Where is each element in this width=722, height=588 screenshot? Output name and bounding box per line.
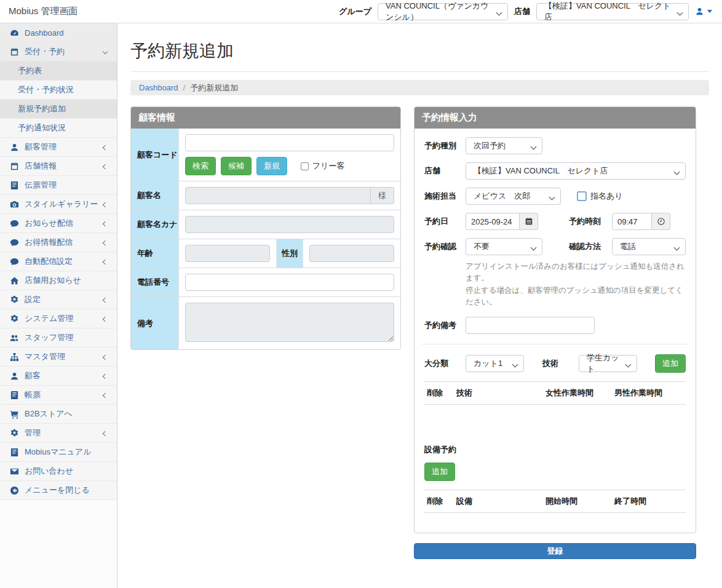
staff-value: メビウス 次郎 xyxy=(474,191,530,202)
sidebar-item-label: 店舗用お知らせ xyxy=(25,275,81,286)
tech-value: 学生カット xyxy=(587,352,622,375)
checkbox-icon xyxy=(577,191,587,201)
sidebar-item-slip-management[interactable]: 伝票管理 xyxy=(0,176,117,195)
reservation-memo-input[interactable] xyxy=(466,317,595,334)
sidebar: Dashboard受付・予約予約表受付・予約状況新規予約追加予約通知状況顧客管理… xyxy=(0,23,117,588)
sidebar-item-label: 自動配信設定 xyxy=(25,256,73,267)
sidebar-item-contact[interactable]: お問い合わせ xyxy=(0,462,117,481)
sidebar-item-deals-delivery[interactable]: お得情報配信 xyxy=(0,233,117,252)
breadcrumb-dashboard-link[interactable]: Dashboard xyxy=(139,83,178,92)
phone-row: 電話番号 xyxy=(131,268,400,297)
time-picker-button[interactable] xyxy=(652,213,670,230)
journal-icon xyxy=(10,181,19,190)
equip-col-name: 設備 xyxy=(456,496,545,507)
tech-table-empty-body xyxy=(424,405,686,440)
store-select[interactable]: 【検証】VAN COUNCIL セレクト店 xyxy=(536,3,689,20)
new-customer-button[interactable]: 新規 xyxy=(256,157,287,175)
sidebar-item-reservation-table[interactable]: 予約表 xyxy=(0,62,117,81)
chevron-left-icon xyxy=(103,221,108,226)
confirm-select[interactable]: 不要 xyxy=(466,238,542,255)
add-equipment-button[interactable]: 追加 xyxy=(424,463,455,481)
sidebar-item-customer[interactable]: 顧客 xyxy=(0,367,117,386)
name-honorific-suffix: 様 xyxy=(371,187,394,204)
sidebar-item-staff-management[interactable]: スタッフ管理 xyxy=(0,328,117,348)
sidebar-item-label: 予約表 xyxy=(18,65,42,76)
confirm-method-select[interactable]: 電話 xyxy=(612,238,686,255)
add-tech-button[interactable]: 追加 xyxy=(655,354,686,373)
confirm-row: 予約確認 不要 確認方法 電話 xyxy=(424,238,686,255)
store-field-label: 店舗 xyxy=(424,165,466,177)
sidebar-item-store-info[interactable]: 店舗情報 xyxy=(0,157,117,176)
staff-select[interactable]: メビウス 次郎 xyxy=(466,188,561,205)
sidebar-item-store-notice[interactable]: 店舗用お知らせ xyxy=(0,271,117,290)
sidebar-item-label: 店舗情報 xyxy=(25,161,57,172)
sidebar-item-close-menu[interactable]: メニューを閉じる xyxy=(0,481,117,500)
sidebar-item-settings[interactable]: 設定 xyxy=(0,290,117,309)
sidebar-item-ledger[interactable]: 帳票 xyxy=(0,386,117,405)
caret-down-icon xyxy=(707,10,712,13)
sidebar-item-system-management[interactable]: システム管理 xyxy=(0,309,117,328)
equip-col-delete: 削除 xyxy=(427,496,456,507)
equip-col-start: 開始時間 xyxy=(545,496,614,507)
customer-memo-label: 備考 xyxy=(131,297,179,349)
sidebar-item-master-management[interactable]: マスタ管理 xyxy=(0,348,117,367)
sidebar-item-notice-delivery[interactable]: お知らせ配信 xyxy=(0,214,117,233)
sidebar-item-reception-status[interactable]: 受付・予約状況 xyxy=(0,81,117,100)
app-title: Mobius 管理画面 xyxy=(0,6,78,17)
sidebar-item-management[interactable]: 管理 xyxy=(0,424,117,443)
phone-label: 電話番号 xyxy=(131,268,179,296)
reservation-type-value: 次回予約 xyxy=(474,140,506,151)
chevron-down-icon xyxy=(674,169,680,175)
customer-name-input xyxy=(185,187,371,204)
group-select[interactable]: VAN COUNCIL（ヴァンカウンシル） xyxy=(378,3,508,20)
sidebar-item-reservation-notice-status[interactable]: 予約通知状況 xyxy=(0,119,117,138)
sidebar-item-reception-reservation[interactable]: 受付・予約 xyxy=(0,42,117,62)
sidebar-item-mobius-manual[interactable]: Mobiusマニュアル xyxy=(0,443,117,462)
sidebar-item-customer-management[interactable]: 顧客管理 xyxy=(0,138,117,157)
date-input[interactable] xyxy=(466,213,520,230)
sidebar-item-label: スタッフ管理 xyxy=(25,332,73,343)
date-picker-button[interactable] xyxy=(520,213,538,230)
customer-code-input[interactable] xyxy=(185,134,394,151)
section-divider xyxy=(422,344,688,344)
gender-label: 性別 xyxy=(276,239,303,268)
sidebar-item-auto-delivery-settings[interactable]: 自動配信設定 xyxy=(0,252,117,271)
search-button[interactable]: 検索 xyxy=(185,157,216,175)
sidebar-item-label: お得情報配信 xyxy=(25,237,73,248)
category-select[interactable]: カット1 xyxy=(466,355,524,372)
sidebar-item-b2b-store[interactable]: B2Bストアへ xyxy=(0,405,117,424)
store-field-select[interactable]: 【検証】VAN COUNCIL セレクト店 xyxy=(466,162,686,180)
sidebar-item-label: お問い合わせ xyxy=(25,466,73,477)
tech-col-name: 技術 xyxy=(456,387,545,399)
comment-icon xyxy=(10,219,19,228)
customer-code-label: 顧客コード xyxy=(131,129,179,181)
register-button[interactable]: 登録 xyxy=(414,543,696,559)
top-header: Mobius 管理画面 グループ VAN COUNCIL（ヴァンカウンシル） 店… xyxy=(0,0,722,23)
customer-memo-textarea xyxy=(185,303,394,342)
sidebar-item-label: 管理 xyxy=(25,427,41,439)
user-menu[interactable] xyxy=(695,7,712,16)
group-label: グループ xyxy=(339,6,371,17)
staff-label: 施術担当 xyxy=(424,191,466,202)
phone-input[interactable] xyxy=(185,274,394,291)
reservation-type-select[interactable]: 次回予約 xyxy=(466,137,542,154)
tech-label: 技術 xyxy=(542,358,558,369)
candidate-button[interactable]: 候補 xyxy=(221,157,252,175)
time-input[interactable] xyxy=(612,213,652,230)
equipment-section-label: 設備予約 xyxy=(424,444,686,455)
confirm-label: 予約確認 xyxy=(424,241,466,252)
main-content: 予約新規追加 Dashboard / 予約新規追加 顧客情報 顧客コード 検索 … xyxy=(117,23,722,588)
chevron-left-icon xyxy=(103,240,108,245)
home-icon xyxy=(10,276,19,285)
tech-select[interactable]: 学生カット xyxy=(579,355,637,372)
date-label: 予約日 xyxy=(424,216,466,227)
sidebar-item-style-gallery[interactable]: スタイルギャラリー xyxy=(0,195,117,214)
nomination-checkbox[interactable]: 指名あり xyxy=(577,191,623,202)
reservation-type-row: 予約種別 次回予約 xyxy=(424,137,686,154)
store-field-value: 【検証】VAN COUNCIL セレクト店 xyxy=(474,165,608,177)
checkbox-icon xyxy=(301,162,309,170)
sidebar-item-dashboard[interactable]: Dashboard xyxy=(0,23,117,42)
reservation-type-label: 予約種別 xyxy=(424,140,466,151)
sidebar-item-new-reservation[interactable]: 新規予約追加 xyxy=(0,100,117,119)
free-customer-checkbox[interactable]: フリー客 xyxy=(301,161,345,172)
